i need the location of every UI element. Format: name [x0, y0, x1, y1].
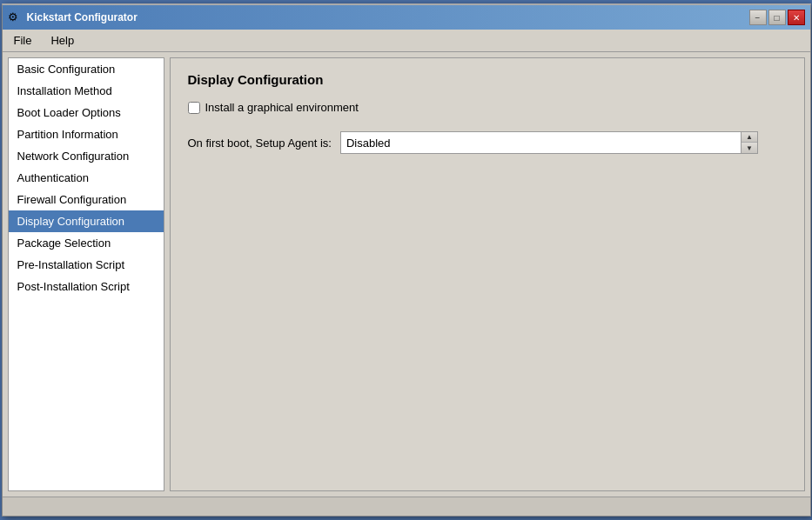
minimize-button[interactable]: − [749, 10, 767, 25]
spin-down-button[interactable]: ▼ [742, 143, 757, 153]
sidebar-item-installation-method[interactable]: Installation Method [9, 80, 164, 102]
main-window: ⚙ Kickstart Configurator − □ ✕ File Help… [2, 3, 811, 517]
setup-agent-row: On first boot, Setup Agent is: Disabled … [188, 131, 787, 154]
graphical-env-row: Install a graphical environment [188, 101, 787, 114]
setup-agent-select[interactable]: Disabled Enabled Enabled (Reconfigured) [341, 134, 741, 152]
setup-agent-label: On first boot, Setup Agent is: [188, 137, 332, 150]
status-bar [3, 497, 810, 516]
spin-up-button[interactable]: ▲ [742, 132, 757, 143]
menu-help[interactable]: Help [43, 31, 82, 50]
sidebar-item-boot-loader-options[interactable]: Boot Loader Options [9, 102, 164, 123]
sidebar-item-package-selection[interactable]: Package Selection [9, 232, 164, 254]
content-area: Display Configuration Install a graphica… [170, 57, 805, 491]
sidebar-item-pre-installation-script[interactable]: Pre-Installation Script [9, 254, 164, 276]
install-graphical-env-checkbox[interactable] [188, 102, 200, 114]
sidebar-item-partition-information[interactable]: Partition Information [9, 123, 164, 145]
sidebar-item-network-configuration[interactable]: Network Configuration [9, 145, 164, 167]
main-area: Basic Configuration Installation Method … [3, 52, 810, 497]
menu-file[interactable]: File [6, 31, 40, 50]
sidebar-item-post-installation-script[interactable]: Post-Installation Script [9, 276, 164, 297]
window-controls: − □ ✕ [749, 10, 805, 25]
maximize-button[interactable]: □ [768, 10, 786, 25]
sidebar-item-display-configuration[interactable]: Display Configuration [9, 210, 164, 232]
install-graphical-env-label: Install a graphical environment [205, 101, 359, 114]
title-bar: ⚙ Kickstart Configurator − □ ✕ [3, 5, 810, 30]
setup-agent-select-wrapper: Disabled Enabled Enabled (Reconfigured) … [340, 131, 758, 154]
window-title: Kickstart Configurator [27, 11, 138, 23]
close-button[interactable]: ✕ [788, 10, 805, 25]
app-icon: ⚙ [8, 10, 22, 24]
sidebar-item-authentication[interactable]: Authentication [9, 167, 164, 189]
content-title: Display Configuration [188, 72, 787, 87]
sidebar-item-firewall-configuration[interactable]: Firewall Configuration [9, 189, 164, 210]
title-bar-left: ⚙ Kickstart Configurator [8, 10, 138, 24]
sidebar-item-basic-configuration[interactable]: Basic Configuration [9, 58, 164, 80]
spinner-buttons: ▲ ▼ [741, 132, 757, 153]
menu-bar: File Help [3, 30, 810, 52]
sidebar: Basic Configuration Installation Method … [8, 57, 164, 491]
